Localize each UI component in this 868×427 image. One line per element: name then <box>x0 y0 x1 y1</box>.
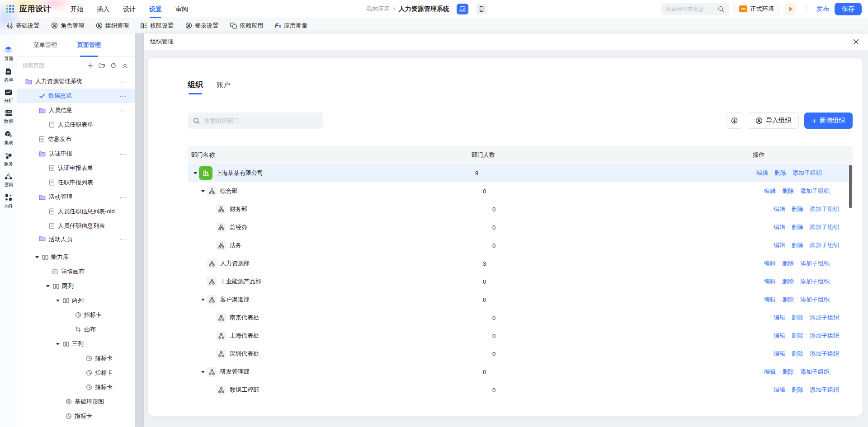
add-child-link[interactable]: 添加子组织 <box>810 314 839 322</box>
menu-item[interactable]: 设置 <box>149 0 162 18</box>
page-tree-item[interactable]: 人力资源管理系统 ··· <box>17 74 135 89</box>
ribbon-item[interactable]: 组织管理 <box>96 22 129 30</box>
ribbon-item[interactable]: 权限设置 <box>141 22 174 30</box>
outline-item[interactable]: 详情画布 <box>17 264 135 279</box>
table-row[interactable]: 研发管理部 0 编辑删除添加子组织 <box>188 363 853 381</box>
add-folder-icon[interactable] <box>98 61 106 70</box>
rail-item[interactable]: 页面 <box>4 46 14 62</box>
edit-link[interactable]: 编辑 <box>774 314 785 322</box>
save-button[interactable]: 保存 <box>835 3 862 15</box>
app-logo[interactable] <box>6 5 14 13</box>
add-child-link[interactable]: 添加子组织 <box>800 277 830 286</box>
refresh-icon[interactable] <box>109 61 118 70</box>
import-org-button[interactable]: 导入组织 <box>748 113 799 129</box>
add-child-link[interactable]: 添加子组织 <box>800 368 830 376</box>
add-child-link[interactable]: 添加子组织 <box>810 332 839 340</box>
table-scrollbar[interactable] <box>849 165 852 208</box>
page-tree-item[interactable]: 认证申报 ··· <box>17 146 135 161</box>
edit-link[interactable]: 编辑 <box>774 386 785 394</box>
delete-link[interactable]: 删除 <box>792 332 803 340</box>
more-icon[interactable]: ··· <box>119 194 130 201</box>
delete-link[interactable]: 删除 <box>782 368 794 376</box>
table-row[interactable]: 客户渠道部 0 编辑删除添加子组织 <box>188 291 853 309</box>
more-icon[interactable]: ··· <box>119 107 130 114</box>
delete-link[interactable]: 删除 <box>782 277 794 286</box>
outline-item[interactable]: 指标卡 <box>17 351 135 366</box>
caret-down-icon[interactable] <box>199 190 207 192</box>
table-row[interactable]: 人力资源部 3 编辑删除添加子组织 <box>188 254 853 272</box>
outline-item[interactable]: 三列 <box>17 337 135 351</box>
edit-link[interactable]: 编辑 <box>774 332 785 340</box>
menu-item[interactable]: 审阅 <box>175 0 188 18</box>
page-tree-item[interactable]: 人员任职表单 <box>17 117 135 132</box>
desktop-preview-button[interactable] <box>457 4 468 14</box>
page-tree-item[interactable]: 人员信息 ··· <box>17 103 135 117</box>
delete-link[interactable]: 删除 <box>792 386 803 394</box>
add-child-link[interactable]: 添加子组织 <box>810 205 839 213</box>
collapse-all-icon[interactable] <box>121 61 129 70</box>
outline-item[interactable]: 指标卡 <box>17 409 135 423</box>
more-icon[interactable]: ··· <box>119 235 130 242</box>
close-icon[interactable] <box>851 37 861 47</box>
ribbon-item[interactable]: Fx 应用常量 <box>275 22 307 30</box>
edit-link[interactable]: 编辑 <box>774 205 785 213</box>
table-row[interactable]: 上海代表处 0 编辑删除添加子组织 <box>188 327 853 345</box>
rail-item[interactable]: 表单 <box>4 68 14 83</box>
more-icon[interactable]: ··· <box>119 78 130 85</box>
caret-down-icon[interactable] <box>56 300 60 302</box>
ribbon-item[interactable]: 依赖应用 <box>230 22 263 30</box>
add-child-link[interactable]: 添加子组织 <box>800 187 830 195</box>
page-tree-item[interactable]: 信息发布 <box>17 132 135 146</box>
outline-item[interactable]: 指标卡 <box>17 380 135 394</box>
edit-link[interactable]: 编辑 <box>764 187 776 195</box>
sidebar-tab[interactable]: 菜单管理 <box>33 33 57 57</box>
page-tree-item[interactable]: 任职申报列表 <box>17 175 135 190</box>
page-tree-item[interactable]: 活动人员 ··· <box>17 233 135 242</box>
table-row[interactable]: 财务部 0 编辑删除添加子组织 <box>188 200 853 218</box>
rail-item[interactable]: 集成 <box>4 131 14 146</box>
org-tab[interactable]: 账户 <box>217 81 230 94</box>
org-search[interactable] <box>188 113 323 129</box>
table-row[interactable]: 上海某某有限公司 9 编辑删除添加子组织 <box>188 164 853 182</box>
menu-item[interactable]: 插入 <box>97 0 109 18</box>
add-page-icon[interactable] <box>86 61 94 70</box>
table-row[interactable]: 南京代表处 0 编辑删除添加子组织 <box>188 309 853 327</box>
edit-link[interactable]: 编辑 <box>774 350 785 358</box>
component-search-input[interactable] <box>665 6 714 12</box>
mobile-preview-button[interactable] <box>476 4 487 14</box>
outline-item[interactable]: 两列 <box>17 279 135 293</box>
edit-link[interactable]: 编辑 <box>764 277 776 286</box>
breadcrumb-parent[interactable]: 我的应用 <box>366 5 390 13</box>
add-child-link[interactable]: 添加子组织 <box>800 259 830 267</box>
org-tab[interactable]: 组织 <box>188 80 203 94</box>
edit-link[interactable]: 编辑 <box>764 259 776 267</box>
rail-item[interactable]: 插件 <box>4 194 14 209</box>
delete-link[interactable]: 删除 <box>792 223 803 231</box>
more-icon[interactable]: ··· <box>119 150 130 157</box>
table-row[interactable]: 工业能源产品部 0 编辑删除添加子组织 <box>188 272 853 291</box>
table-row[interactable]: 深圳代表处 0 编辑删除添加子组织 <box>188 345 853 363</box>
more-icon[interactable]: ··· <box>119 93 130 99</box>
outline-item[interactable]: 指标卡 <box>17 308 135 322</box>
page-search-input[interactable] <box>23 62 82 69</box>
delete-link[interactable]: 删除 <box>782 187 794 195</box>
rail-item[interactable]: 服务 <box>4 152 14 167</box>
component-search[interactable] <box>661 3 729 15</box>
caret-down-icon[interactable] <box>199 299 207 301</box>
menu-item[interactable]: 设计 <box>123 0 136 18</box>
publish-button[interactable]: 发布 <box>816 5 829 13</box>
outline-item[interactable]: 能力库 <box>17 250 135 264</box>
ribbon-item[interactable]: 登录设置 <box>185 22 218 30</box>
outline-item[interactable]: 指标卡 <box>17 366 135 380</box>
page-tree-item[interactable]: 数据总览 ··· <box>17 89 135 103</box>
menu-item[interactable]: 开始 <box>71 0 83 18</box>
caret-down-icon[interactable] <box>35 256 39 258</box>
add-child-link[interactable]: 添加子组织 <box>793 169 822 177</box>
add-child-link[interactable]: 添加子组织 <box>810 386 839 394</box>
caret-down-icon[interactable] <box>191 172 199 174</box>
edit-link[interactable]: 编辑 <box>774 241 785 249</box>
add-org-button[interactable]: + 新增组织 <box>804 113 853 129</box>
page-tree-item[interactable]: 认证申报表单 <box>17 161 135 175</box>
rail-item[interactable]: 分析 <box>4 89 14 104</box>
delete-link[interactable]: 删除 <box>792 350 803 358</box>
